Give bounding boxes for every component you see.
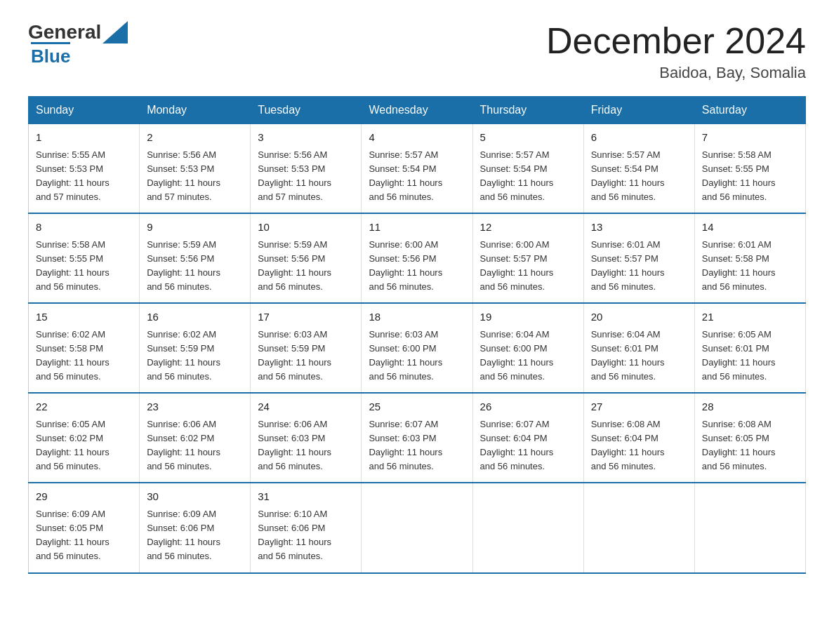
title-block: December 2024 Baidoa, Bay, Somalia — [546, 21, 806, 82]
day-number: 3 — [258, 130, 354, 146]
day-info: Sunrise: 6:01 AMSunset: 5:58 PMDaylight:… — [702, 238, 798, 295]
day-cell: 21Sunrise: 6:05 AMSunset: 6:01 PMDayligh… — [694, 303, 805, 393]
day-cell: 6Sunrise: 5:57 AMSunset: 5:54 PMDaylight… — [583, 124, 694, 214]
day-info: Sunrise: 6:06 AMSunset: 6:02 PMDaylight:… — [147, 417, 243, 474]
day-info: Sunrise: 6:08 AMSunset: 6:04 PMDaylight:… — [591, 417, 687, 474]
day-cell — [583, 483, 694, 572]
calendar-table: SundayMondayTuesdayWednesdayThursdayFrid… — [28, 96, 806, 573]
header-sunday: Sunday — [29, 97, 140, 124]
day-number: 4 — [369, 130, 465, 146]
day-cell: 11Sunrise: 6:00 AMSunset: 5:56 PMDayligh… — [362, 213, 472, 303]
day-number: 23 — [147, 399, 243, 415]
day-cell: 13Sunrise: 6:01 AMSunset: 5:57 PMDayligh… — [583, 213, 694, 303]
page-header: General Blue December 2024 Baidoa, Bay, … — [28, 21, 806, 82]
day-number: 12 — [480, 220, 576, 236]
day-cell: 26Sunrise: 6:07 AMSunset: 6:04 PMDayligh… — [472, 393, 583, 483]
logo-blue-text: Blue — [31, 42, 70, 67]
day-cell: 23Sunrise: 6:06 AMSunset: 6:02 PMDayligh… — [140, 393, 251, 483]
day-info: Sunrise: 6:07 AMSunset: 6:03 PMDaylight:… — [369, 417, 465, 474]
calendar-header-row: SundayMondayTuesdayWednesdayThursdayFrid… — [29, 97, 806, 124]
header-thursday: Thursday — [472, 97, 583, 124]
header-friday: Friday — [583, 97, 694, 124]
day-info: Sunrise: 6:00 AMSunset: 5:57 PMDaylight:… — [480, 238, 576, 295]
day-info: Sunrise: 6:04 AMSunset: 6:00 PMDaylight:… — [480, 328, 576, 384]
day-cell: 20Sunrise: 6:04 AMSunset: 6:01 PMDayligh… — [583, 303, 694, 393]
day-cell: 14Sunrise: 6:01 AMSunset: 5:58 PMDayligh… — [694, 213, 805, 303]
day-info: Sunrise: 5:57 AMSunset: 5:54 PMDaylight:… — [369, 148, 465, 205]
day-cell: 2Sunrise: 5:56 AMSunset: 5:53 PMDaylight… — [140, 124, 251, 214]
day-cell: 4Sunrise: 5:57 AMSunset: 5:54 PMDaylight… — [362, 124, 472, 214]
day-cell: 15Sunrise: 6:02 AMSunset: 5:58 PMDayligh… — [29, 303, 140, 393]
day-cell — [362, 483, 472, 572]
day-cell: 10Sunrise: 5:59 AMSunset: 5:56 PMDayligh… — [251, 213, 362, 303]
day-info: Sunrise: 6:00 AMSunset: 5:56 PMDaylight:… — [369, 238, 465, 295]
header-tuesday: Tuesday — [251, 97, 362, 124]
day-cell: 1Sunrise: 5:55 AMSunset: 5:53 PMDaylight… — [29, 124, 140, 214]
day-number: 1 — [36, 130, 132, 146]
day-cell: 16Sunrise: 6:02 AMSunset: 5:59 PMDayligh… — [140, 303, 251, 393]
day-number: 2 — [147, 130, 243, 146]
day-info: Sunrise: 6:02 AMSunset: 5:58 PMDaylight:… — [36, 328, 132, 384]
day-info: Sunrise: 6:05 AMSunset: 6:02 PMDaylight:… — [36, 417, 132, 474]
day-number: 25 — [369, 399, 465, 415]
day-number: 28 — [702, 399, 798, 415]
day-number: 19 — [480, 309, 576, 326]
logo-general-text: General — [28, 21, 101, 43]
day-info: Sunrise: 6:03 AMSunset: 5:59 PMDaylight:… — [258, 328, 354, 384]
day-number: 31 — [258, 489, 354, 505]
day-info: Sunrise: 5:58 AMSunset: 5:55 PMDaylight:… — [702, 148, 798, 205]
week-row-5: 29Sunrise: 6:09 AMSunset: 6:05 PMDayligh… — [29, 483, 806, 572]
day-info: Sunrise: 5:56 AMSunset: 5:53 PMDaylight:… — [147, 148, 243, 205]
week-row-1: 1Sunrise: 5:55 AMSunset: 5:53 PMDaylight… — [29, 124, 806, 214]
day-cell: 22Sunrise: 6:05 AMSunset: 6:02 PMDayligh… — [29, 393, 140, 483]
day-info: Sunrise: 5:55 AMSunset: 5:53 PMDaylight:… — [36, 148, 132, 205]
day-number: 27 — [591, 399, 687, 415]
day-number: 22 — [36, 399, 132, 415]
day-info: Sunrise: 6:01 AMSunset: 5:57 PMDaylight:… — [591, 238, 687, 295]
day-info: Sunrise: 5:56 AMSunset: 5:53 PMDaylight:… — [258, 148, 354, 205]
logo-icon — [102, 21, 128, 43]
day-cell: 24Sunrise: 6:06 AMSunset: 6:03 PMDayligh… — [251, 393, 362, 483]
day-number: 9 — [147, 220, 243, 236]
week-row-2: 8Sunrise: 5:58 AMSunset: 5:55 PMDaylight… — [29, 213, 806, 303]
day-number: 17 — [258, 309, 354, 326]
day-cell: 27Sunrise: 6:08 AMSunset: 6:04 PMDayligh… — [583, 393, 694, 483]
day-info: Sunrise: 6:02 AMSunset: 5:59 PMDaylight:… — [147, 328, 243, 384]
day-info: Sunrise: 6:09 AMSunset: 6:05 PMDaylight:… — [36, 507, 132, 564]
day-number: 6 — [591, 130, 687, 146]
header-monday: Monday — [140, 97, 251, 124]
day-number: 24 — [258, 399, 354, 415]
day-cell: 3Sunrise: 5:56 AMSunset: 5:53 PMDaylight… — [251, 124, 362, 214]
day-number: 7 — [702, 130, 798, 146]
day-cell: 18Sunrise: 6:03 AMSunset: 6:00 PMDayligh… — [362, 303, 472, 393]
day-number: 10 — [258, 220, 354, 236]
day-number: 13 — [591, 220, 687, 236]
day-cell: 25Sunrise: 6:07 AMSunset: 6:03 PMDayligh… — [362, 393, 472, 483]
day-number: 14 — [702, 220, 798, 236]
day-cell — [694, 483, 805, 572]
header-wednesday: Wednesday — [362, 97, 472, 124]
day-info: Sunrise: 5:57 AMSunset: 5:54 PMDaylight:… — [591, 148, 687, 205]
day-cell: 30Sunrise: 6:09 AMSunset: 6:06 PMDayligh… — [140, 483, 251, 572]
day-number: 20 — [591, 309, 687, 326]
day-number: 26 — [480, 399, 576, 415]
day-info: Sunrise: 6:07 AMSunset: 6:04 PMDaylight:… — [480, 417, 576, 474]
main-title: December 2024 — [546, 21, 806, 61]
day-info: Sunrise: 6:10 AMSunset: 6:06 PMDaylight:… — [258, 507, 354, 564]
day-number: 29 — [36, 489, 132, 505]
subtitle: Baidoa, Bay, Somalia — [546, 64, 806, 82]
logo: General Blue — [28, 21, 128, 67]
week-row-4: 22Sunrise: 6:05 AMSunset: 6:02 PMDayligh… — [29, 393, 806, 483]
day-number: 21 — [702, 309, 798, 326]
day-number: 11 — [369, 220, 465, 236]
day-info: Sunrise: 5:59 AMSunset: 5:56 PMDaylight:… — [258, 238, 354, 295]
day-info: Sunrise: 5:58 AMSunset: 5:55 PMDaylight:… — [36, 238, 132, 295]
day-number: 18 — [369, 309, 465, 326]
day-cell: 28Sunrise: 6:08 AMSunset: 6:05 PMDayligh… — [694, 393, 805, 483]
day-cell: 5Sunrise: 5:57 AMSunset: 5:54 PMDaylight… — [472, 124, 583, 214]
day-number: 15 — [36, 309, 132, 326]
day-cell — [472, 483, 583, 572]
day-number: 8 — [36, 220, 132, 236]
day-cell: 17Sunrise: 6:03 AMSunset: 5:59 PMDayligh… — [251, 303, 362, 393]
day-cell: 8Sunrise: 5:58 AMSunset: 5:55 PMDaylight… — [29, 213, 140, 303]
